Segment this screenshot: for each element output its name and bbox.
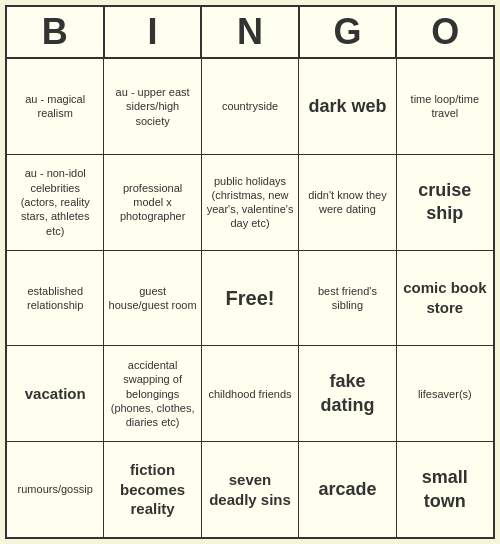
bingo-row-4: rumours/gossipfiction becomes realitysev… (7, 442, 493, 537)
bingo-cell-3-1: accidental swapping of belongings (phone… (104, 346, 201, 441)
bingo-row-0: au - magical realismau - upper east side… (7, 59, 493, 155)
bingo-cell-0-0: au - magical realism (7, 59, 104, 154)
bingo-row-1: au - non-idol celebrities (actors, reali… (7, 155, 493, 251)
bingo-cell-0-4: time loop/time travel (397, 59, 493, 154)
bingo-grid: au - magical realismau - upper east side… (7, 59, 493, 537)
header-letter-b: B (7, 7, 105, 57)
bingo-cell-3-0: vacation (7, 346, 104, 441)
bingo-cell-1-0: au - non-idol celebrities (actors, reali… (7, 155, 104, 250)
bingo-cell-2-4: comic book store (397, 251, 493, 346)
bingo-cell-3-4: lifesaver(s) (397, 346, 493, 441)
bingo-cell-2-3: best friend's sibling (299, 251, 396, 346)
header-letter-g: G (300, 7, 398, 57)
bingo-header: BINGO (7, 7, 493, 59)
header-letter-i: I (105, 7, 203, 57)
bingo-row-2: established relationshipguest house/gues… (7, 251, 493, 347)
bingo-cell-2-1: guest house/guest room (104, 251, 201, 346)
bingo-cell-2-2: Free! (202, 251, 299, 346)
bingo-cell-2-0: established relationship (7, 251, 104, 346)
bingo-cell-4-3: arcade (299, 442, 396, 537)
bingo-cell-3-3: fake dating (299, 346, 396, 441)
bingo-cell-4-1: fiction becomes reality (104, 442, 201, 537)
bingo-cell-1-1: professional model x photographer (104, 155, 201, 250)
header-letter-n: N (202, 7, 300, 57)
bingo-cell-4-4: small town (397, 442, 493, 537)
bingo-cell-0-1: au - upper east siders/high society (104, 59, 201, 154)
bingo-cell-0-2: countryside (202, 59, 299, 154)
header-letter-o: O (397, 7, 493, 57)
bingo-cell-3-2: childhood friends (202, 346, 299, 441)
bingo-row-3: vacationaccidental swapping of belonging… (7, 346, 493, 442)
bingo-cell-1-3: didn't know they were dating (299, 155, 396, 250)
bingo-cell-1-4: cruise ship (397, 155, 493, 250)
bingo-cell-0-3: dark web (299, 59, 396, 154)
bingo-cell-1-2: public holidays (christmas, new year's, … (202, 155, 299, 250)
bingo-card: BINGO au - magical realismau - upper eas… (5, 5, 495, 539)
bingo-cell-4-2: seven deadly sins (202, 442, 299, 537)
bingo-cell-4-0: rumours/gossip (7, 442, 104, 537)
